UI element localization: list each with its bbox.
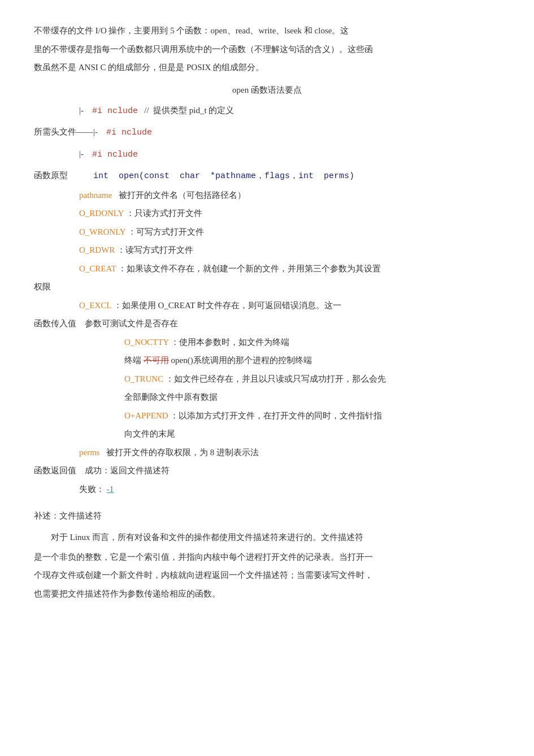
- include-row-2-container: 所需头文件——|- #i nclude: [34, 124, 500, 141]
- include-rows: |- #i nclude // 提供类型 pid_t 的定义: [79, 102, 500, 120]
- include-row-2: 所需头文件——|- #i nclude: [34, 124, 500, 141]
- flag-ocreat-cont: 权限: [34, 279, 500, 295]
- param-pathname: pathname 被打开的文件名（可包括路径名）: [79, 187, 500, 204]
- section-title: open 函数语法要点: [34, 83, 500, 98]
- intro-line2: 里的不带缓存是指每一个函数都只调用系统中的一个函数（不理解这句话的含义）。这些函: [34, 41, 500, 58]
- intro-line1: 不带缓存的文件 I/O 操作，主要用到 5 个函数：open、read、writ…: [34, 23, 500, 39]
- flag-ordwr: O_RDWR ：读写方式打开文件: [79, 242, 500, 258]
- flag-ocreat: O_CREAT ：如果该文件不存在，就创建一个新的文件，并用第三个参数为其设置: [79, 261, 500, 277]
- return-fail-row: 失败： -1: [79, 481, 500, 498]
- include-row-1: |- #i nclude // 提供类型 pid_t 的定义: [79, 102, 500, 120]
- supplement-title: 补述：文件描述符: [34, 508, 500, 524]
- supplement-para3: 个现存文件或创建一个新文件时，内核就向进程返回一个文件描述符；当需要读写文件时，: [34, 567, 500, 584]
- include-row-3: |- #i nclude: [79, 146, 500, 163]
- flag-oappend-line1: O+APPEND ：以添加方式打开文件，在打开文件的同时，文件指针指: [124, 408, 500, 424]
- param-perms: perms 被打开文件的存取权限，为 8 进制表示法: [79, 444, 500, 461]
- flag-otrunc-line2: 全部删除文件中原有数据: [124, 389, 500, 405]
- include-row-3-container: |- #i nclude: [79, 146, 500, 163]
- flag-ordonly: O_RDONLY ：只读方式打开文件: [79, 205, 500, 222]
- func-proto-row: 函数原型 int open(const char *pathname，flags…: [34, 167, 500, 185]
- intro-block: 不带缓存的文件 I/O 操作，主要用到 5 个函数：open、read、writ…: [34, 23, 500, 76]
- flag-oexcl-line2: 函数传入值 参数可测试文件是否存在: [34, 316, 500, 332]
- supplement-para2: 是一个非负的整数，它是一个索引值，并指向内核中每个进程打开文件的记录表。当打开一: [34, 549, 500, 565]
- supplement-para4: 也需要把文件描述符作为参数传递给相应的函数。: [34, 586, 500, 602]
- flag-oappend-line2: 向文件的末尾: [124, 426, 500, 442]
- flag-onoctty-line2: 终端 不可用 open()系统调用的那个进程的控制终端: [124, 352, 500, 369]
- supplement-para1: 对于 Linux 而言，所有对设备和文件的操作都使用文件描述符来进行的。文件描述…: [34, 529, 500, 546]
- flag-owronly: O_WRONLY ：可写方式打开文件: [79, 224, 500, 240]
- intro-line3: 数虽然不是 ANSI C 的组成部分，但是是 POSIX 的组成部分。: [34, 59, 500, 76]
- flag-otrunc-line1: O_TRUNC ：如文件已经存在，并且以只读或只写成功打开，那么会先: [124, 371, 500, 387]
- flag-onoctty-line1: O_NOCTTY ：使用本参数时，如文件为终端: [124, 334, 500, 351]
- flag-oexcl-line1: O_EXCL ：如果使用 O_CREAT 时文件存在，则可返回错误消息。这一: [79, 297, 500, 314]
- return-val-row: 函数返回值 成功：返回文件描述符: [34, 463, 500, 479]
